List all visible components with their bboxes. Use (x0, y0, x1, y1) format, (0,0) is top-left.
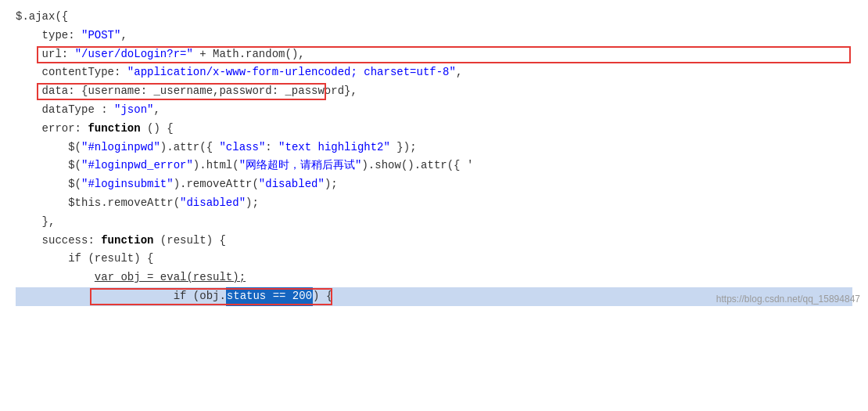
code-line-13: success: function (result) { (16, 232, 852, 251)
highlighted-text: status == 200 (226, 287, 313, 306)
code-line-15: var obj = eval(result); (16, 269, 852, 287)
code-line-6: dataType : "json", (16, 101, 852, 120)
code-line-5: data: {username: _username,password: _pa… (16, 82, 852, 101)
code-line-9: $("#loginpwd_error").html("网络超时，请稍后再试").… (16, 157, 852, 175)
code-block: $.ajax({ type: "POST", url: "/user/doLog… (0, 0, 868, 314)
code-line-7: error: function () { (16, 120, 852, 139)
code-line-10: $("#loginsubmit").removeAttr("disabled")… (16, 175, 852, 194)
code-string: "POST" (81, 27, 120, 45)
code-line-12: }, (16, 213, 852, 232)
code-line-8: $("#nloginpwd").attr({ "class": "text hi… (16, 139, 852, 157)
code-line-14: if (result) { (16, 250, 852, 269)
code-line-4: contentType: "application/x-www-form-url… (16, 63, 852, 82)
code-line-2: type: "POST", (16, 27, 852, 45)
watermark: https://blog.csdn.net/qq_15894847 (716, 291, 860, 307)
code-text: type: (16, 27, 81, 45)
code-line-11: $this.removeAttr("disabled"); (16, 194, 852, 213)
code-line-1: $.ajax({ (16, 8, 852, 27)
code-text: $.ajax({ (16, 8, 68, 27)
code-line-3: url: "/user/doLogin?r=" + Math.random(), (16, 45, 852, 64)
